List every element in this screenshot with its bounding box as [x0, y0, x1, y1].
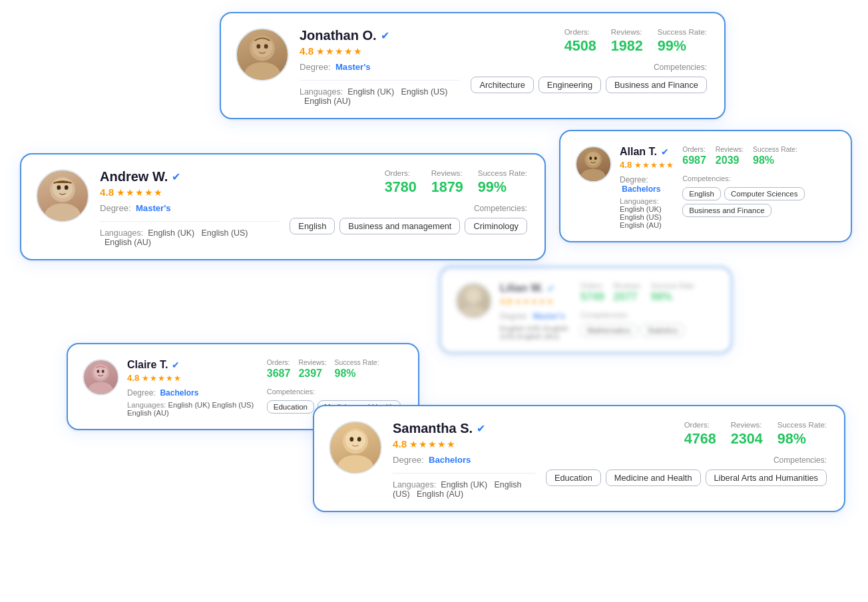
claire-languages: Languages: English (UK) English (US) Eng…	[127, 401, 259, 417]
tag-medicine-samantha: Medicine and Health	[606, 469, 701, 486]
svg-point-19	[88, 382, 112, 396]
claire-degree-row: Degree: Bachelors	[127, 388, 259, 398]
jonathan-name: Jonathan O.	[300, 28, 377, 43]
samantha-stats-section: Orders: 4768 Reviews: 2304 Success Rate:…	[546, 421, 827, 486]
lilian-tags: Mathematics Statistics	[580, 324, 714, 337]
svg-point-9	[65, 185, 69, 190]
andrew-lang-uk: English (UK)	[148, 228, 194, 238]
allan-rating: 4.8	[620, 160, 632, 170]
card-allan[interactable]: Allan T. ✔ 4.8 ★★★★★ Degree: Bachelors L…	[559, 130, 852, 242]
card-andrew[interactable]: Andrew W. ✔ 4.8 ★★★★★ Degree: Master's L…	[20, 153, 546, 260]
andrew-rating: 4.8	[100, 186, 114, 198]
avatar-allan	[575, 146, 612, 182]
andrew-degree: Master's	[136, 203, 171, 213]
svg-point-21	[97, 370, 99, 373]
jonathan-degree-row: Degree: Master's	[300, 62, 460, 72]
card-samantha[interactable]: Samantha S. ✔ 4.8 ★★★★★ Degree: Bachelor…	[313, 405, 845, 512]
samantha-languages-label: Languages:	[393, 480, 436, 489]
jonathan-success: Success Rate: 99%	[658, 28, 707, 55]
andrew-reviews: Reviews: 1879	[431, 169, 463, 196]
avatar-andrew	[36, 169, 89, 222]
andrew-name: Andrew W.	[100, 169, 168, 184]
andrew-orders: Orders: 3780	[385, 169, 417, 196]
allan-reviews: Reviews: 2039	[716, 146, 744, 166]
allan-stars: ★★★★★	[634, 160, 674, 170]
tag-english: English	[290, 218, 335, 234]
samantha-degree-row: Degree: Bachelors	[393, 455, 535, 465]
andrew-lang-au: English (AU)	[105, 238, 151, 247]
andrew-profile-info: Andrew W. ✔ 4.8 ★★★★★ Degree: Master's L…	[100, 169, 279, 247]
allan-stats-section: Orders: 6987 Reviews: 2039 Success Rate:…	[682, 146, 833, 217]
andrew-competencies-label: Competencies:	[474, 204, 527, 213]
andrew-languages: Languages: English (UK) English (US) Eng…	[100, 228, 279, 247]
tag-architecture: Architecture	[471, 77, 533, 93]
claire-rating: 4.8	[127, 373, 139, 383]
claire-verified-icon: ✔	[172, 360, 180, 370]
allan-tags: English Computer Sciences Business and F…	[682, 187, 833, 217]
andrew-lang-us: English (US)	[202, 228, 248, 238]
jonathan-verified-icon: ✔	[381, 29, 389, 42]
jonathan-lang-us: English (US)	[401, 87, 448, 97]
allan-degree-row: Degree: Bachelors	[620, 175, 674, 194]
svg-point-3	[256, 44, 260, 49]
avatar-samantha	[329, 421, 382, 474]
andrew-degree-label: Degree:	[100, 203, 131, 213]
jonathan-orders: Orders: 4508	[564, 28, 596, 55]
tag-liberal-arts: Liberal Arts and Humanities	[706, 469, 827, 486]
lilian-stats-section: Orders: 5749 Reviews: 2077 Success Rate:…	[580, 282, 714, 337]
svg-point-6	[45, 203, 80, 222]
samantha-competencies-label: Competencies:	[773, 455, 827, 465]
svg-point-1	[244, 62, 280, 81]
lilian-verified-icon: ✔	[547, 283, 555, 294]
jonathan-degree-label: Degree:	[300, 62, 331, 72]
samantha-lang-au: English (AU)	[417, 489, 463, 499]
avatar-jonathan	[236, 28, 289, 81]
card-jonathan[interactable]: Jonathan O. ✔ 4.8 ★★★★★ Degree: Master's…	[220, 12, 726, 119]
samantha-verified-icon: ✔	[477, 422, 485, 435]
tag-education-samantha: Education	[546, 469, 601, 486]
allan-success: Success Rate: 98%	[753, 146, 797, 166]
andrew-degree-row: Degree: Master's	[100, 203, 279, 213]
jonathan-reviews: Reviews: 1982	[611, 28, 643, 55]
allan-verified-icon: ✔	[661, 147, 669, 157]
tag-business-finance: Business and Finance	[606, 77, 707, 93]
andrew-success: Success Rate: 99%	[478, 169, 527, 196]
lilian-degree: Master's	[533, 312, 564, 321]
svg-point-14	[594, 156, 597, 160]
claire-stars: ★★★★★	[142, 373, 182, 383]
lilian-profile-info: Lilian W. ✔ 4.8 ★★★★★ Degree: Master's E…	[500, 282, 572, 340]
samantha-tags: Education Medicine and Health Liberal Ar…	[546, 469, 827, 486]
samantha-orders: Orders: 4768	[684, 421, 716, 448]
allan-degree: Bachelors	[622, 184, 660, 194]
jonathan-languages: Languages: English (UK) English (US) Eng…	[300, 87, 460, 106]
svg-point-13	[589, 156, 592, 160]
claire-orders: Orders: 3687	[267, 359, 291, 380]
allan-orders: Orders: 6987	[682, 146, 706, 166]
samantha-name: Samantha S.	[393, 421, 473, 436]
allan-languages: Languages: English (UK) English (US) Eng…	[620, 197, 674, 229]
samantha-degree-label: Degree:	[393, 455, 424, 465]
andrew-tags: English Business and management Criminol…	[290, 218, 527, 234]
claire-degree: Bachelors	[160, 388, 198, 398]
allan-profile-info: Allan T. ✔ 4.8 ★★★★★ Degree: Bachelors L…	[620, 146, 674, 229]
samantha-degree: Bachelors	[429, 455, 471, 465]
jonathan-stars: ★★★★★	[316, 46, 363, 57]
avatar-lilian	[455, 282, 492, 319]
andrew-languages-label: Languages:	[100, 228, 143, 238]
tag-engineering: Engineering	[539, 77, 601, 93]
tag-business-finance-allan: Business and Finance	[682, 204, 771, 217]
jonathan-lang-uk: English (UK)	[347, 87, 394, 97]
jonathan-rating: 4.8	[300, 45, 314, 57]
svg-point-11	[580, 168, 605, 182]
jonathan-stats-section: Orders: 4508 Reviews: 1982 Success Rate:…	[471, 28, 707, 93]
andrew-verified-icon: ✔	[172, 170, 180, 183]
svg-point-25	[345, 430, 365, 450]
claire-success: Success Rate: 98%	[335, 359, 379, 380]
claire-reviews: Reviews: 2397	[298, 359, 326, 380]
andrew-stars: ★★★★★	[116, 187, 163, 198]
lilian-languages: English (UK) English (US) English (AU)	[500, 324, 572, 340]
tag-criminology: Criminology	[465, 218, 527, 234]
svg-point-12	[586, 152, 600, 165]
samantha-languages: Languages: English (UK) English (US) Eng…	[393, 480, 535, 499]
jonathan-profile-info: Jonathan O. ✔ 4.8 ★★★★★ Degree: Master's…	[300, 28, 460, 106]
